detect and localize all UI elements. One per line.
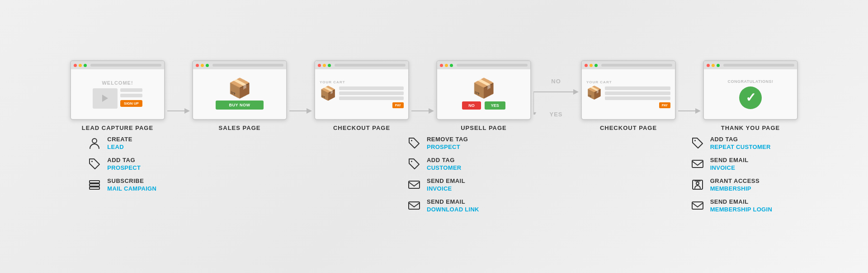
badge-icon bbox=[690, 177, 705, 192]
send-email-label-1: SEND EMAIL bbox=[427, 177, 465, 185]
diagram: WELCOME! SIGN UP LEAD CAPTURE PAGE bbox=[0, 56, 868, 217]
action-send-email-invoice-2: SEND EMAIL INVOICE bbox=[690, 157, 781, 171]
yes-button[interactable]: YES bbox=[485, 101, 505, 110]
box-image-checkout2: 📦 bbox=[586, 86, 602, 99]
address-bar-4 bbox=[457, 64, 528, 67]
dot-green-5 bbox=[594, 64, 598, 67]
action-text-add-tag-prospect: ADD TAG PROSPECT bbox=[107, 157, 141, 171]
field-line-1 bbox=[120, 88, 142, 92]
action-grant-access: GRANT ACCESS MEMBERSHIP bbox=[690, 177, 781, 192]
svg-point-21 bbox=[694, 140, 696, 141]
action-text-send-email-invoice-1: SEND EMAIL INVOICE bbox=[427, 177, 465, 192]
thankyou-browser: CONGRATULATIONS! ✓ bbox=[703, 60, 798, 120]
email-icon-2 bbox=[407, 198, 421, 213]
browser-bar-3 bbox=[315, 61, 408, 69]
checkout-fields: PAY bbox=[339, 86, 404, 108]
prospect-value-2: PROSPECT bbox=[427, 144, 468, 150]
checkout-field-1 bbox=[339, 86, 404, 90]
action-send-email-login: SEND EMAIL MEMBERSHIP LOGIN bbox=[690, 198, 781, 213]
sales-block: 📦 BUY NOW SALES PAGE bbox=[192, 60, 287, 131]
action-send-email-invoice-1: SEND EMAIL INVOICE bbox=[407, 177, 497, 192]
add-tag-label-2: ADD TAG bbox=[427, 157, 462, 164]
download-link-value: DOWNLOAD LINK bbox=[427, 206, 479, 213]
dot-yellow-6 bbox=[712, 64, 715, 67]
svg-point-17 bbox=[411, 140, 412, 141]
dot-yellow-4 bbox=[445, 64, 448, 67]
create-label: CREATE bbox=[107, 136, 132, 144]
svg-point-18 bbox=[411, 161, 412, 162]
tag-icon-4 bbox=[690, 136, 705, 150]
checkout-field-3 bbox=[339, 96, 404, 100]
address-bar-5 bbox=[601, 64, 672, 67]
action-text-add-tag-repeat: ADD TAG REPEAT CUSTOMER bbox=[710, 136, 771, 150]
svg-marker-11 bbox=[695, 108, 701, 114]
checkout-fields-2: PAY bbox=[605, 86, 670, 108]
action-add-tag-repeat: ADD TAG REPEAT CUSTOMER bbox=[690, 136, 781, 150]
pay-button-1[interactable]: PAY bbox=[392, 102, 404, 108]
svg-marker-1 bbox=[184, 108, 190, 114]
sales-content: 📦 BUY NOW bbox=[193, 69, 286, 119]
buy-now-button[interactable]: BUY NOW bbox=[216, 101, 264, 110]
svg-rect-19 bbox=[409, 181, 420, 188]
check-circle: ✓ bbox=[739, 86, 762, 109]
lead-capture-browser: WELCOME! SIGN UP bbox=[70, 60, 165, 120]
send-email-label-4: SEND EMAIL bbox=[710, 198, 772, 206]
svg-rect-16 bbox=[90, 187, 99, 189]
svg-rect-20 bbox=[409, 202, 420, 209]
no-button[interactable]: NO bbox=[462, 101, 481, 110]
checkout-field-2 bbox=[339, 91, 404, 95]
action-text-send-email-download: SEND EMAIL DOWNLOAD LINK bbox=[427, 198, 479, 213]
add-tag-label-3: ADD TAG bbox=[710, 136, 771, 144]
svg-point-24 bbox=[696, 182, 699, 185]
signup-button[interactable]: SIGN UP bbox=[120, 100, 142, 107]
address-bar-6 bbox=[723, 64, 794, 67]
dot-green-2 bbox=[206, 64, 209, 67]
no-arrow bbox=[533, 87, 579, 115]
arrow-1 bbox=[165, 104, 192, 131]
email-icon-4 bbox=[690, 198, 705, 213]
dot-red bbox=[74, 64, 77, 67]
no-label-branch: NO bbox=[551, 78, 561, 85]
svg-marker-9 bbox=[533, 112, 536, 115]
tag-icon-2 bbox=[407, 136, 421, 150]
dot-yellow-3 bbox=[323, 64, 326, 67]
dot-yellow-5 bbox=[590, 64, 593, 67]
tag-icon-3 bbox=[407, 157, 421, 171]
upsell-label: UPSELL PAGE bbox=[461, 125, 507, 131]
checkout-box: 📦 PAY bbox=[320, 86, 404, 108]
cart-title: YOUR CART bbox=[320, 80, 404, 84]
prospect-value-1: PROSPECT bbox=[107, 164, 141, 171]
browser-bar-2 bbox=[193, 61, 286, 69]
welcome-title: WELCOME! bbox=[102, 80, 133, 86]
subscribe-label: SUBSCRIBE bbox=[107, 177, 156, 185]
dot-green-6 bbox=[717, 64, 720, 67]
send-email-label-2: SEND EMAIL bbox=[427, 198, 479, 206]
lead-capture-label: LEAD CAPTURE PAGE bbox=[82, 125, 153, 131]
action-create-lead: CREATE LEAD bbox=[87, 136, 178, 150]
upsell-box: 📦 bbox=[472, 79, 495, 98]
checkout2-block: YOUR CART 📦 PAY CHECKOUT PAGE bbox=[581, 60, 676, 131]
browser-bar bbox=[71, 61, 164, 69]
grant-access-label: GRANT ACCESS bbox=[710, 177, 760, 185]
sales-browser: 📦 BUY NOW bbox=[192, 60, 287, 120]
field-line-2 bbox=[120, 94, 142, 97]
mail-campaign-value: MAIL CAMPAIGN bbox=[107, 185, 156, 192]
actions-col-3: ADD TAG REPEAT CUSTOMER SEND EMAIL INVOI… bbox=[690, 136, 781, 213]
arrow-3 bbox=[409, 104, 436, 131]
box-image-checkout: 📦 bbox=[320, 86, 336, 100]
thankyou-label: THANK YOU PAGE bbox=[721, 125, 780, 131]
svg-point-12 bbox=[92, 139, 97, 143]
dot-yellow-2 bbox=[201, 64, 204, 67]
checkout2-browser: YOUR CART 📦 PAY bbox=[581, 60, 676, 120]
address-bar bbox=[90, 64, 161, 67]
dot-red-2 bbox=[196, 64, 199, 67]
pay-button-2[interactable]: PAY bbox=[659, 102, 670, 108]
actions-section: CREATE LEAD ADD TAG PROSPECT bbox=[9, 136, 859, 213]
action-text-remove-tag: REMOVE TAG PROSPECT bbox=[427, 136, 468, 150]
dot-yellow bbox=[79, 64, 82, 67]
email-icon-3 bbox=[690, 157, 705, 171]
action-add-tag-customer: ADD TAG CUSTOMER bbox=[407, 157, 497, 171]
svg-rect-15 bbox=[90, 184, 99, 186]
membership-login-value: MEMBERSHIP LOGIN bbox=[710, 206, 772, 213]
svg-point-13 bbox=[91, 161, 93, 162]
